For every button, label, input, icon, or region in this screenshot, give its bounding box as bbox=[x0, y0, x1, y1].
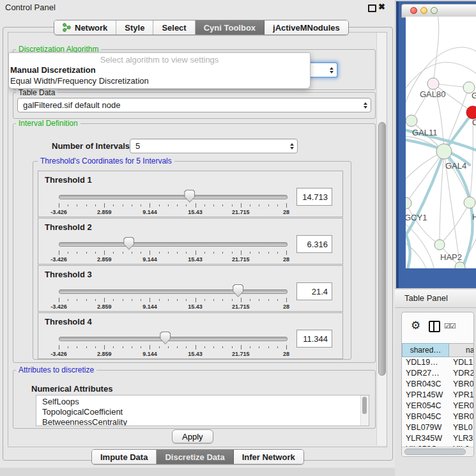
tab-jactivemnodules[interactable]: jActiveMNodules bbox=[265, 20, 348, 35]
attribute-list-item[interactable]: BetweennessCentrality bbox=[36, 417, 369, 426]
cell-name[interactable]: YLR3 bbox=[449, 433, 473, 444]
table-row[interactable]: YLR345W YLR3 bbox=[402, 433, 473, 444]
cell-name[interactable]: YER0 bbox=[449, 401, 473, 411]
threshold-4-label: Threshold 4 bbox=[45, 317, 92, 326]
table-hscrollbar-thumb[interactable] bbox=[404, 449, 466, 455]
tab-discretize-data[interactable]: Discretize Data bbox=[157, 450, 233, 464]
cell-name[interactable]: YBR0 bbox=[449, 411, 473, 422]
list-scrollbar-thumb[interactable] bbox=[362, 397, 367, 414]
settings-scrollbar-thumb[interactable] bbox=[378, 122, 386, 376]
algorithm-option-manual[interactable]: Manual Discretization bbox=[9, 65, 310, 75]
node-label-gal80: GAL80 bbox=[420, 89, 445, 99]
tab-impute-data[interactable]: Impute Data bbox=[92, 450, 157, 464]
columns-icon[interactable] bbox=[429, 321, 440, 332]
table-horizontal-scrollbar[interactable] bbox=[402, 447, 473, 456]
node-selected-red[interactable] bbox=[466, 106, 476, 119]
list-scrollbar[interactable] bbox=[360, 395, 369, 426]
column-header-shared[interactable]: shared… bbox=[402, 343, 449, 357]
threshold-1-value-field[interactable]: 14.713 bbox=[296, 188, 332, 206]
tab-cyni-toolbox[interactable]: Cyni Toolbox bbox=[196, 20, 265, 35]
cell-shared-name[interactable]: YDL19… bbox=[402, 357, 449, 368]
top-tab-bar: Network Style Select Cyni Toolbox jActiv… bbox=[54, 20, 349, 35]
cell-shared-name[interactable]: YPR145W bbox=[402, 390, 449, 401]
threshold-2-slider-thumb[interactable] bbox=[123, 237, 134, 250]
tab-network[interactable]: Network bbox=[54, 20, 116, 35]
node-label-partial-low: H bbox=[472, 212, 476, 222]
cell-shared-name[interactable]: YDR27… bbox=[402, 368, 449, 379]
table-data-combo[interactable]: galFiltered.sif default node bbox=[17, 98, 371, 112]
control-panel: Control Panel ✖ Network Style Select Cyn… bbox=[0, 0, 395, 468]
column-header-name[interactable]: na bbox=[449, 343, 473, 357]
cell-shared-name[interactable]: YBR045C bbox=[402, 411, 449, 422]
node-label-hap2: HAP2 bbox=[440, 252, 462, 262]
cell-name[interactable]: YBR0 bbox=[449, 379, 473, 390]
float-window-icon[interactable] bbox=[368, 4, 376, 12]
minimize-traffic-light[interactable] bbox=[420, 7, 427, 14]
attribute-list-item[interactable]: TopologicalCoefficient bbox=[36, 407, 369, 417]
node-gal80[interactable] bbox=[427, 78, 439, 89]
attributes-group-title: Attributes to discretize bbox=[16, 365, 96, 374]
apply-button[interactable]: Apply bbox=[172, 429, 213, 443]
panel-title: Control Panel bbox=[5, 3, 56, 12]
gear-icon[interactable]: ⚙ bbox=[411, 319, 420, 332]
table-data-group-title: Table Data bbox=[16, 88, 58, 97]
cell-shared-name[interactable]: YER054C bbox=[402, 401, 449, 411]
number-of-intervals-combo[interactable]: 5 bbox=[130, 139, 298, 153]
tab-style[interactable]: Style bbox=[116, 20, 153, 35]
node-label-gal4: GAL4 bbox=[445, 161, 466, 171]
node-gcy1[interactable] bbox=[406, 197, 411, 209]
attribute-list-item[interactable]: SelfLoops bbox=[36, 397, 369, 407]
tab-select[interactable]: Select bbox=[153, 20, 195, 35]
cell-shared-name[interactable]: YBL079W bbox=[402, 422, 449, 433]
node-gal11[interactable] bbox=[406, 115, 417, 127]
threshold-4-slider-thumb[interactable] bbox=[160, 332, 171, 344]
algorithm-option-equal-width[interactable]: Equal Width/Frequency Discretization bbox=[9, 75, 310, 86]
table-row[interactable]: YBL079W YBL0 bbox=[402, 422, 473, 433]
node-gal4[interactable] bbox=[436, 144, 452, 159]
table-panel-body: ⚙ ☑☑ shared… na YDL19… YDL1 YDR27… YDR2 … bbox=[395, 308, 476, 476]
close-traffic-light[interactable] bbox=[410, 7, 417, 14]
close-icon[interactable]: ✖ bbox=[378, 2, 385, 12]
cell-name[interactable]: YPR1 bbox=[449, 390, 473, 401]
table-row[interactable]: YPR145W YPR1 bbox=[402, 390, 473, 401]
combo-stepper-icon bbox=[287, 143, 297, 150]
threshold-2-slider-track[interactable] bbox=[59, 242, 288, 247]
tab-infer-network[interactable]: Infer Network bbox=[234, 450, 303, 464]
threshold-4-value-field[interactable]: 11.344 bbox=[296, 330, 332, 348]
node-label-gcy1: GCY1 bbox=[406, 213, 427, 222]
table-panel-card: ⚙ ☑☑ shared… na YDL19… YDL1 YDR27… YDR2 … bbox=[401, 312, 474, 457]
table-row[interactable]: YBR045C YBR0 bbox=[402, 411, 473, 422]
cell-name[interactable]: YBL0 bbox=[449, 422, 473, 433]
numerical-attributes-label: Numerical Attributes bbox=[31, 384, 112, 394]
threshold-2-value-field[interactable]: 6.316 bbox=[296, 235, 332, 253]
threshold-1-slider-thumb[interactable] bbox=[184, 190, 195, 203]
cell-name[interactable]: YDR2 bbox=[449, 368, 473, 379]
threshold-3-value-field[interactable]: 21.4 bbox=[296, 282, 332, 300]
network-canvas[interactable]: GAL80 G C GAL11 GAL4 GCY1 H HAP2 bbox=[406, 17, 476, 268]
node-partial-low[interactable] bbox=[464, 197, 475, 208]
table-row[interactable]: YDR27… YDR2 bbox=[402, 368, 473, 379]
threshold-1-slider-track[interactable] bbox=[59, 195, 288, 199]
table-panel-title: Table Panel bbox=[404, 293, 448, 303]
slider-tick-labels: -3.4262.8599.14415.4321.71528 bbox=[59, 351, 286, 357]
threshold-4-slider-track[interactable] bbox=[59, 337, 288, 341]
node-hap2[interactable] bbox=[434, 240, 445, 250]
slider-ticks bbox=[59, 203, 286, 208]
network-icon bbox=[63, 23, 72, 32]
zoom-traffic-light[interactable] bbox=[431, 7, 438, 14]
threshold-panel-1: Threshold 1 -3.4262.8599.14415.4321.7152… bbox=[38, 171, 343, 217]
thresholds-group-title: Threshold's Coordinates for 5 Intervals bbox=[38, 157, 174, 165]
settings-scrollbar[interactable] bbox=[376, 33, 387, 445]
slider-ticks bbox=[59, 298, 286, 303]
cell-name[interactable]: YDL1 bbox=[449, 357, 473, 368]
table-data-selected: galFiltered.sif default node bbox=[18, 100, 360, 110]
table-row[interactable]: YER054C YER0 bbox=[402, 401, 473, 411]
checkbox-select-icons[interactable]: ☑☑ bbox=[444, 322, 456, 330]
cell-shared-name[interactable]: YBR043C bbox=[402, 379, 449, 390]
table-row[interactable]: YBR043C YBR0 bbox=[402, 379, 473, 390]
algorithm-placeholder: Select algorithm to view settings bbox=[9, 55, 310, 65]
table-row[interactable]: YDL19… YDL1 bbox=[402, 357, 473, 368]
threshold-3-slider-thumb[interactable] bbox=[233, 284, 243, 297]
threshold-3-slider-track[interactable] bbox=[59, 289, 288, 294]
cell-shared-name[interactable]: YLR345W bbox=[402, 433, 449, 444]
